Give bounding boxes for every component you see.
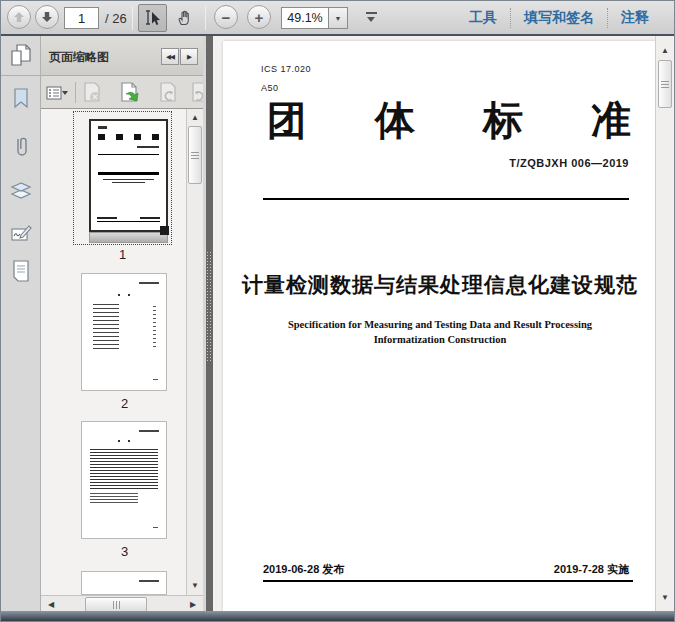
bookmark-icon bbox=[10, 86, 32, 112]
pages-icon bbox=[8, 42, 34, 70]
more-icon bbox=[366, 12, 377, 14]
expand-panel-button[interactable]: ▶ bbox=[180, 48, 198, 65]
footer-rule bbox=[263, 580, 633, 582]
standard-number: T/ZQBJXH 006—2019 bbox=[509, 157, 629, 169]
header-rule bbox=[263, 198, 629, 200]
previous-page-button[interactable] bbox=[7, 5, 31, 29]
page-number-input[interactable] bbox=[64, 7, 99, 29]
signature-icon bbox=[9, 222, 33, 246]
scroll-down-arrow[interactable]: ▼ bbox=[657, 591, 673, 605]
select-cursor-icon bbox=[144, 9, 162, 27]
arrow-down-icon bbox=[41, 11, 53, 23]
chevron-down-icon bbox=[367, 17, 375, 22]
panel-resize-splitter[interactable] bbox=[203, 36, 213, 613]
page-thumbnails-panel-button[interactable] bbox=[1, 36, 40, 76]
scroll-up-arrow[interactable]: ▲ bbox=[187, 110, 203, 126]
ics-code: ICS 17.020 bbox=[261, 64, 311, 74]
pdf-viewer-window: / 26 − + 49.1% ▼ 工具 bbox=[0, 0, 675, 622]
thumbnail-page-4[interactable] bbox=[81, 571, 167, 595]
next-page-button[interactable] bbox=[35, 5, 59, 29]
thumbnail-options-button[interactable] bbox=[45, 80, 71, 105]
paperclip-icon bbox=[10, 134, 32, 160]
triangle-down-icon: ▼ bbox=[191, 581, 199, 590]
thumbnail-page-2[interactable] bbox=[81, 273, 167, 391]
plus-icon: + bbox=[255, 10, 264, 25]
thumbnails-toolbar bbox=[41, 76, 203, 109]
window-bottom-edge bbox=[1, 611, 675, 621]
thumbnail-page-3[interactable] bbox=[81, 421, 167, 539]
zoom-out-button[interactable]: − bbox=[214, 5, 238, 29]
bookmarks-panel-button[interactable] bbox=[1, 84, 41, 114]
triangle-right-icon: ▶ bbox=[190, 600, 196, 609]
delete-pages-button[interactable] bbox=[79, 80, 105, 105]
document-title-cn: 计量检测数据与结果处理信息化建设规范 bbox=[223, 271, 657, 299]
document-scrollbar-vertical[interactable]: ▲ ▼ bbox=[655, 36, 673, 613]
fill-sign-button[interactable]: 填写和签名 bbox=[511, 9, 607, 27]
minus-icon: − bbox=[222, 10, 231, 25]
page-count-label: / 26 bbox=[105, 11, 127, 26]
thumbnail-list[interactable]: 1 2 3 bbox=[41, 109, 203, 595]
scroll-down-arrow[interactable]: ▼ bbox=[187, 578, 203, 594]
thumbnail-page-number: 1 bbox=[73, 247, 172, 262]
standard-type-banner: 团 体 标 准 bbox=[267, 93, 631, 148]
thumbnail-resize-handle[interactable] bbox=[160, 226, 169, 235]
thumbnail-scrollbar-vertical[interactable]: ▲ ▼ bbox=[186, 109, 203, 595]
zoom-level-dropdown[interactable]: ▼ bbox=[328, 7, 348, 29]
zoom-level-value[interactable]: 49.1% bbox=[281, 7, 329, 29]
triangle-up-icon: ▲ bbox=[191, 113, 199, 122]
layers-panel-button[interactable] bbox=[1, 176, 41, 206]
page-thumbnails-panel: 页面缩略图 ◀◀ ▶ bbox=[41, 36, 203, 613]
toolbar-separator bbox=[205, 6, 206, 30]
collapse-panel-button[interactable]: ◀◀ bbox=[161, 48, 179, 65]
chevron-right-icon: ▶ bbox=[187, 53, 191, 61]
toolbar-right-group: 工具 填写和签名 注释 bbox=[456, 1, 662, 34]
rotate-right-button[interactable] bbox=[187, 80, 203, 105]
scrollbar-thumb[interactable] bbox=[188, 126, 202, 184]
implement-date: 2019-7-28 实施 bbox=[554, 562, 629, 577]
zoom-in-button[interactable]: + bbox=[247, 5, 271, 29]
document-title-en: Specification for Measuring and Testing … bbox=[223, 317, 657, 347]
signatures-panel-button[interactable] bbox=[1, 219, 41, 249]
thumbnail-page-number: 3 bbox=[75, 544, 174, 559]
double-chevron-left-icon: ◀◀ bbox=[166, 53, 174, 61]
thumbnail-page-number: 2 bbox=[75, 396, 174, 411]
select-tool-button[interactable] bbox=[138, 4, 167, 32]
classification-code: A50 bbox=[261, 83, 279, 93]
extract-page-icon bbox=[118, 81, 142, 105]
triangle-down-icon: ▼ bbox=[661, 593, 669, 602]
rotate-clockwise-icon bbox=[189, 81, 203, 105]
toolbar-more-button[interactable] bbox=[363, 10, 379, 26]
scrollbar-thumb[interactable] bbox=[658, 60, 672, 108]
rotate-counterclockwise-icon bbox=[157, 81, 179, 105]
thumbnail-page-1[interactable] bbox=[89, 119, 168, 232]
scrollbar-thumb[interactable] bbox=[85, 597, 147, 612]
tools-button[interactable]: 工具 bbox=[456, 9, 510, 27]
panel-header: 页面缩略图 ◀◀ ▶ bbox=[41, 36, 203, 76]
thumbnail-zoom-handle-bar[interactable] bbox=[89, 232, 168, 243]
toolbar-separator bbox=[75, 82, 76, 103]
options-list-icon bbox=[46, 85, 70, 101]
triangle-left-icon: ◀ bbox=[48, 600, 54, 609]
attachments-panel-button[interactable] bbox=[1, 132, 41, 162]
document-page-1[interactable]: ICS 17.020 A50 团 体 标 准 T/ZQBJXH 006—2019… bbox=[223, 41, 657, 613]
chevron-down-icon: ▼ bbox=[335, 15, 342, 22]
main-toolbar: / 26 − + 49.1% ▼ 工具 bbox=[1, 1, 675, 36]
toolbar-separator bbox=[132, 6, 133, 30]
document-list-icon bbox=[10, 258, 32, 284]
scroll-up-arrow[interactable]: ▲ bbox=[657, 44, 673, 58]
hand-tool-button[interactable] bbox=[170, 4, 199, 32]
comments-panel-button[interactable] bbox=[1, 256, 41, 286]
document-view: ICS 17.020 A50 团 体 标 准 T/ZQBJXH 006—2019… bbox=[213, 36, 674, 613]
date-row: 2019-06-28 发布 2019-7-28 实施 bbox=[263, 562, 629, 577]
layers-icon bbox=[9, 179, 33, 203]
triangle-up-icon: ▲ bbox=[661, 46, 669, 55]
splitter-grip bbox=[206, 251, 213, 361]
navigation-pane-strip bbox=[1, 36, 41, 613]
publish-date: 2019-06-28 发布 bbox=[263, 562, 344, 577]
comment-button[interactable]: 注释 bbox=[608, 9, 662, 27]
delete-page-icon bbox=[81, 81, 103, 105]
extract-pages-button[interactable] bbox=[117, 80, 143, 105]
hand-icon bbox=[176, 9, 194, 27]
rotate-left-button[interactable] bbox=[155, 80, 181, 105]
panel-title: 页面缩略图 bbox=[49, 49, 109, 66]
